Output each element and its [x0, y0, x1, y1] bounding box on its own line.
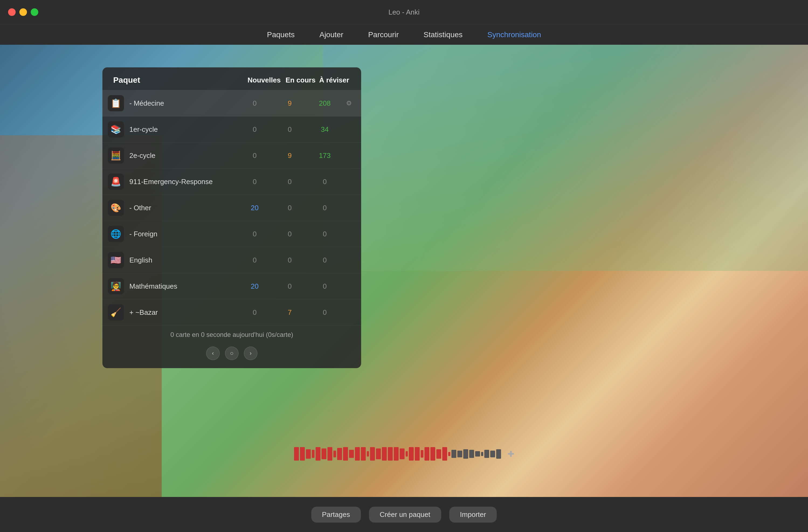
deck-areviser-medecine: 208	[307, 99, 342, 108]
deck-icon-mathematiques: 🧑‍🏫	[108, 278, 124, 294]
column-headers: Nouvelles En cours À réviser	[245, 76, 350, 84]
deck-row-medecine[interactable]: 📋 - Médecine 0 9 208 ⚙	[103, 90, 361, 116]
deck-icon-bazar: 🧹	[108, 304, 124, 320]
panel-header: Paquet Nouvelles En cours À réviser	[103, 67, 361, 90]
deck-areviser-911: 0	[307, 178, 342, 186]
deck-encours-bazar: 7	[272, 308, 307, 317]
maximize-button[interactable]	[31, 8, 38, 16]
deck-areviser-2e-cycle: 173	[307, 151, 342, 160]
deck-icon-foreign: 🌐	[108, 226, 124, 242]
deck-nouvelles-1er-cycle: 0	[237, 125, 272, 134]
deck-nouvelles-english: 0	[237, 256, 272, 264]
encours-header: En cours	[283, 76, 318, 84]
deck-row-1er-cycle[interactable]: 📚 1er-cycle 0 0 34	[103, 116, 361, 143]
deck-nouvelles-foreign: 0	[237, 230, 272, 238]
deck-row-mathematiques[interactable]: 🧑‍🏫 Mathématiques 20 0 0	[103, 273, 361, 299]
main-panel: Paquet Nouvelles En cours À réviser 📋 - …	[103, 67, 361, 368]
deck-vals-english: 0 0 0	[237, 256, 356, 264]
deck-icon-911: 🚨	[108, 173, 124, 190]
deck-name-911: 911-Emergency-Response	[129, 178, 237, 186]
deck-vals-1er-cycle: 0 0 34	[237, 125, 356, 134]
deck-vals-medecine: 0 9 208 ⚙	[237, 99, 356, 108]
deck-name-2e-cycle: 2e-cycle	[129, 151, 237, 160]
deck-encours-foreign: 0	[272, 230, 307, 238]
deck-name-english: English	[129, 256, 237, 264]
menu-synchronisation[interactable]: Synchronisation	[483, 28, 545, 41]
deck-nouvelles-911: 0	[237, 178, 272, 186]
deck-row-english[interactable]: 🇺🇸 English 0 0 0	[103, 247, 361, 273]
creer-paquet-button[interactable]: Créer un paquet	[369, 507, 441, 522]
deck-name-1er-cycle: 1er-cycle	[129, 125, 237, 134]
deck-areviser-other: 0	[307, 204, 342, 212]
deck-row-911[interactable]: 🚨 911-Emergency-Response 0 0 0	[103, 169, 361, 195]
deck-name-medecine: - Médecine	[129, 99, 237, 108]
deck-nouvelles-medecine: 0	[237, 99, 272, 108]
nouvelles-header: Nouvelles	[245, 76, 283, 84]
close-button[interactable]	[8, 8, 16, 16]
deck-vals-911: 0 0 0	[237, 178, 356, 186]
window-controls	[8, 8, 38, 16]
deck-nouvelles-bazar: 0	[237, 308, 272, 317]
activity-bar: ✚	[0, 446, 808, 462]
deck-encours-2e-cycle: 9	[272, 151, 307, 160]
importer-button[interactable]: Importer	[449, 507, 497, 522]
deck-vals-other: 20 0 0	[237, 204, 356, 212]
menu-parcourir[interactable]: Parcourir	[364, 28, 403, 41]
paquet-header: Paquet	[113, 75, 245, 85]
minimize-button[interactable]	[19, 8, 27, 16]
nav-prev-button[interactable]: ‹	[206, 347, 220, 360]
deck-vals-2e-cycle: 0 9 173	[237, 151, 356, 160]
status-text: 0 carte en 0 seconde aujourd'hui (0s/car…	[170, 331, 293, 338]
nav-home-button[interactable]: ○	[225, 347, 239, 360]
deck-row-foreign[interactable]: 🌐 - Foreign 0 0 0	[103, 221, 361, 247]
deck-row-bazar[interactable]: 🧹 + ~Bazar 0 7 0	[103, 299, 361, 326]
deck-areviser-foreign: 0	[307, 230, 342, 238]
deck-areviser-english: 0	[307, 256, 342, 264]
status-bar: 0 carte en 0 seconde aujourd'hui (0s/car…	[103, 326, 361, 344]
deck-icon-other: 🎨	[108, 200, 124, 216]
deck-name-bazar: + ~Bazar	[129, 308, 237, 317]
nav-next-button[interactable]: ›	[244, 347, 257, 360]
deck-areviser-mathematiques: 0	[307, 282, 342, 291]
deck-encours-medecine: 9	[272, 99, 307, 108]
menu-paquets[interactable]: Paquets	[262, 28, 299, 41]
deck-row-other[interactable]: 🎨 - Other 20 0 0	[103, 195, 361, 221]
deck-encours-other: 0	[272, 204, 307, 212]
areviser-header: À réviser	[318, 76, 350, 84]
nav-controls: ‹ ○ ›	[103, 347, 361, 360]
partages-button[interactable]: Partages	[311, 507, 361, 522]
menu-ajouter[interactable]: Ajouter	[315, 28, 348, 41]
menubar: Paquets Ajouter Parcourir Statistiques S…	[0, 24, 808, 45]
deck-encours-english: 0	[272, 256, 307, 264]
menu-statistiques[interactable]: Statistiques	[419, 28, 467, 41]
deck-nouvelles-mathematiques: 20	[237, 282, 272, 291]
bottombar: Partages Créer un paquet Importer	[0, 497, 808, 532]
deck-name-other: - Other	[129, 204, 237, 212]
deck-icon-2e-cycle: 🧮	[108, 147, 124, 164]
deck-encours-1er-cycle: 0	[272, 125, 307, 134]
deck-name-foreign: - Foreign	[129, 230, 237, 238]
deck-icon-medecine: 📋	[108, 95, 124, 111]
deck-encours-mathematiques: 0	[272, 282, 307, 291]
deck-nouvelles-other: 20	[237, 204, 272, 212]
window-title: Leo - Anki	[388, 8, 420, 16]
deck-vals-foreign: 0 0 0	[237, 230, 356, 238]
deck-encours-911: 0	[272, 178, 307, 186]
deck-row-2e-cycle[interactable]: 🧮 2e-cycle 0 9 173	[103, 143, 361, 169]
deck-vals-bazar: 0 7 0	[237, 308, 356, 317]
gear-icon-medecine[interactable]: ⚙	[342, 99, 356, 107]
deck-areviser-bazar: 0	[307, 308, 342, 317]
deck-icon-english: 🇺🇸	[108, 252, 124, 268]
deck-name-mathematiques: Mathématiques	[129, 282, 237, 291]
deck-areviser-1er-cycle: 34	[307, 125, 342, 134]
deck-nouvelles-2e-cycle: 0	[237, 151, 272, 160]
deck-vals-mathematiques: 20 0 0	[237, 282, 356, 291]
titlebar: Leo - Anki	[0, 0, 808, 24]
deck-icon-1er-cycle: 📚	[108, 121, 124, 137]
